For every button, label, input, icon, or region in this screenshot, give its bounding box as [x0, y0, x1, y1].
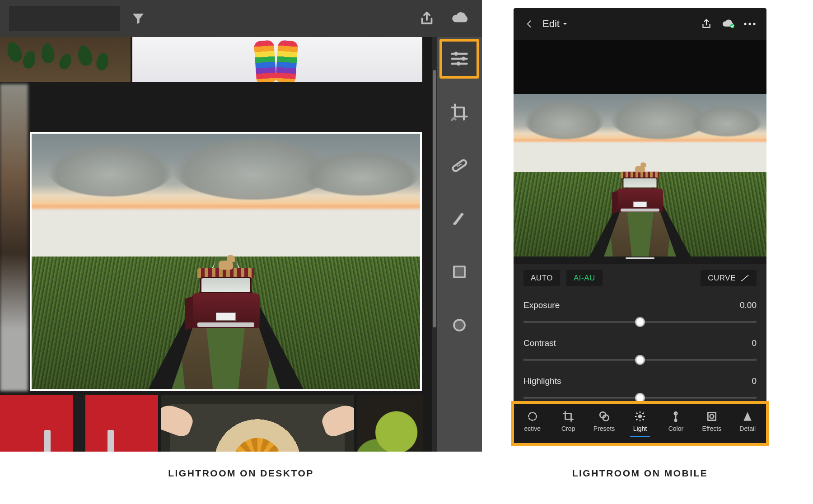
- more-horizontal-icon: [743, 22, 756, 26]
- cloud-sync-button[interactable]: [448, 6, 473, 31]
- slider-value: 0: [752, 338, 757, 348]
- crop-icon: [562, 411, 574, 422]
- svg-point-13: [748, 23, 751, 25]
- svg-rect-8: [454, 266, 465, 277]
- overflow-menu-button[interactable]: [742, 16, 757, 32]
- slider-knob[interactable]: [635, 393, 645, 403]
- svg-point-15: [528, 412, 536, 420]
- share-button[interactable]: [414, 6, 439, 31]
- slider-label: Exposure: [523, 300, 560, 310]
- svg-point-1: [462, 57, 466, 61]
- grid-thumbnail[interactable]: [0, 395, 158, 452]
- bandaid-icon: [450, 156, 468, 174]
- grid-scrollbar[interactable]: [432, 37, 437, 452]
- grid-thumbnail-selected[interactable]: [30, 132, 422, 391]
- crop-icon: [450, 103, 468, 121]
- mobile-photo-canvas[interactable]: [514, 94, 766, 257]
- svg-point-5: [460, 164, 462, 165]
- back-button[interactable]: [523, 17, 536, 31]
- slider-label: Contrast: [523, 338, 556, 348]
- tab-crop[interactable]: Crop: [550, 404, 586, 443]
- rail-brush-button[interactable]: [439, 199, 479, 238]
- lightroom-mobile-window: Edit: [514, 8, 766, 443]
- tab-light[interactable]: Light: [622, 404, 658, 443]
- light-icon: [634, 411, 646, 422]
- svg-line-26: [643, 412, 644, 413]
- effects-icon: [706, 411, 718, 422]
- cloud-icon: [450, 10, 470, 27]
- mobile-caption: LIGHTROOM ON MOBILE: [514, 456, 766, 479]
- slider-value: 0: [752, 376, 757, 386]
- tab-selective[interactable]: ective: [514, 404, 550, 443]
- cloud-sync-button[interactable]: [720, 16, 736, 32]
- svg-point-10: [454, 320, 465, 331]
- grid-thumbnail[interactable]: [0, 37, 131, 82]
- grid-thumbnail[interactable]: [161, 395, 354, 452]
- mobile-bottom-tabs: ective Crop Presets Light Color Effects …: [514, 404, 766, 443]
- rail-edit-button[interactable]: [439, 39, 479, 79]
- tab-label: Color: [668, 425, 683, 432]
- tab-detail[interactable]: Detail: [730, 404, 766, 443]
- grid-thumbnail[interactable]: [132, 37, 422, 82]
- light-panel: AUTO AI-AU CURVE Exposure 0.00 Contrast …: [514, 264, 766, 404]
- slider-contrast[interactable]: [523, 352, 757, 368]
- tab-label: Detail: [739, 425, 756, 432]
- slider-highlights[interactable]: [523, 390, 757, 404]
- presets-icon: [598, 411, 610, 422]
- tab-label: Crop: [561, 425, 575, 432]
- slider-knob[interactable]: [635, 317, 645, 327]
- color-icon: [670, 411, 682, 422]
- rail-crop-button[interactable]: [439, 92, 479, 132]
- svg-rect-29: [708, 412, 715, 420]
- svg-point-6: [458, 164, 460, 166]
- mobile-canvas-padding: [514, 40, 766, 94]
- desktop-topbar: [0, 0, 482, 37]
- tab-effects[interactable]: Effects: [694, 404, 729, 443]
- brush-icon: [450, 210, 468, 228]
- tab-presets[interactable]: Presets: [586, 404, 622, 443]
- sliders-icon: [449, 49, 469, 69]
- chevron-left-icon: [525, 19, 534, 28]
- svg-point-0: [454, 52, 458, 56]
- desktop-caption: LIGHTROOM ON DESKTOP: [0, 456, 482, 479]
- rail-radial-gradient-button[interactable]: [439, 305, 479, 345]
- detail-icon: [742, 411, 753, 422]
- curve-button[interactable]: CURVE: [701, 270, 757, 286]
- slider-label: Highlights: [523, 376, 561, 386]
- slider-value: 0.00: [740, 300, 757, 310]
- slider-knob[interactable]: [635, 355, 645, 365]
- linear-gradient-icon: [451, 264, 467, 280]
- grid-thumbnail[interactable]: [357, 395, 423, 452]
- filter-button[interactable]: [128, 8, 149, 29]
- rail-healing-button[interactable]: [439, 145, 479, 185]
- selective-icon: [527, 411, 538, 422]
- scrollbar-thumb[interactable]: [433, 70, 436, 327]
- share-icon: [701, 18, 712, 30]
- tab-label: Effects: [702, 425, 722, 432]
- ai-auto-button[interactable]: AI-AU: [566, 270, 603, 286]
- photo-grid[interactable]: [0, 37, 437, 452]
- mode-dropdown[interactable]: Edit: [542, 18, 568, 30]
- desktop-tool-rail: [437, 37, 482, 452]
- search-input[interactable]: [9, 6, 120, 31]
- radial-gradient-icon: [451, 317, 467, 333]
- svg-point-12: [744, 23, 746, 25]
- svg-point-30: [710, 414, 714, 418]
- tab-label: ective: [524, 425, 541, 432]
- svg-line-25: [636, 419, 637, 420]
- curve-label: CURVE: [708, 274, 736, 283]
- auto-button[interactable]: AUTO: [523, 270, 560, 286]
- tab-color[interactable]: Color: [658, 404, 694, 443]
- svg-line-24: [643, 419, 644, 420]
- share-icon: [419, 10, 435, 27]
- funnel-icon: [131, 11, 145, 26]
- slider-exposure[interactable]: [523, 314, 757, 330]
- grid-thumbnail[interactable]: [0, 84, 28, 391]
- tab-label: Presets: [593, 425, 615, 432]
- mode-label: Edit: [542, 18, 560, 30]
- svg-point-14: [753, 23, 755, 25]
- share-button[interactable]: [699, 16, 714, 32]
- panel-drag-handle[interactable]: [514, 257, 766, 264]
- svg-point-18: [638, 414, 642, 418]
- rail-linear-gradient-button[interactable]: [439, 252, 479, 292]
